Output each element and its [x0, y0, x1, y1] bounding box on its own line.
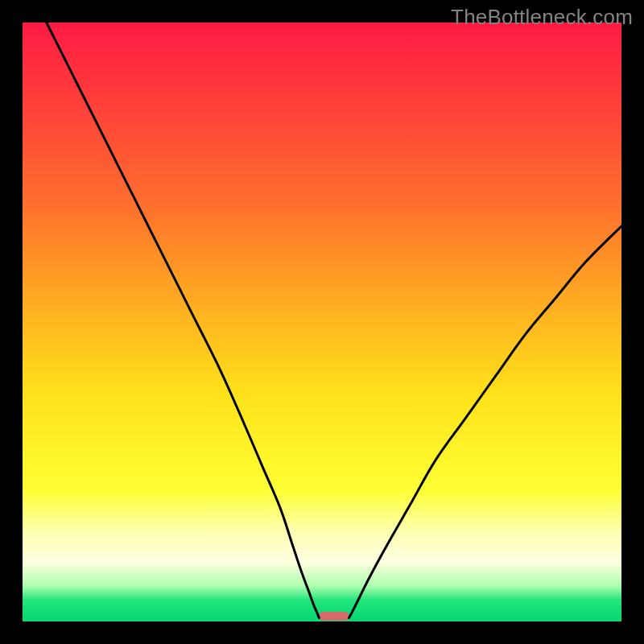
gradient-background [23, 23, 621, 621]
bottleneck-marker [319, 612, 349, 621]
watermark-label: TheBottleneck.com [451, 5, 633, 30]
chart-frame: TheBottleneck.com [0, 0, 644, 644]
chart-svg [23, 23, 621, 621]
plot-area [23, 23, 621, 621]
